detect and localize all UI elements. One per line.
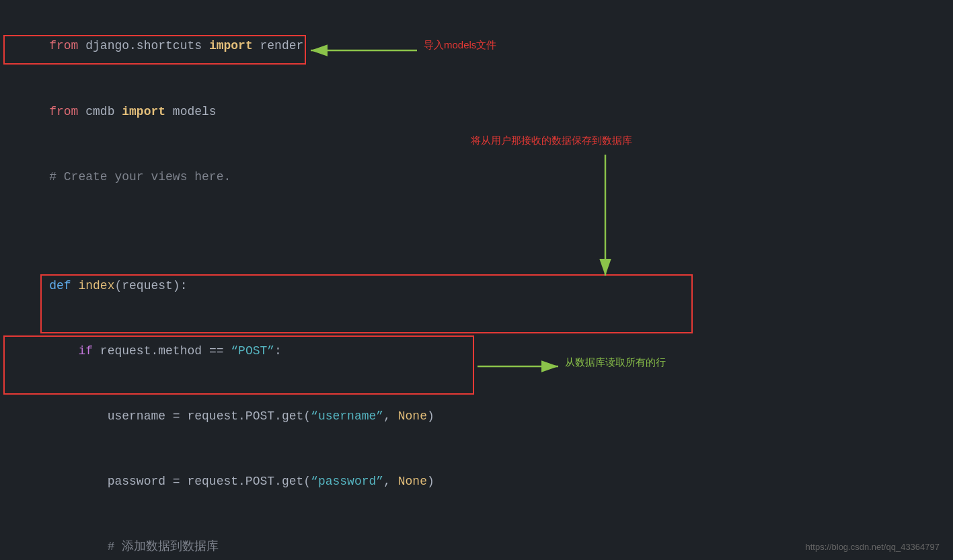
annotation-import-models: 导入models文件 bbox=[424, 39, 496, 52]
code-editor: from django.shortcuts import render from… bbox=[0, 0, 953, 560]
str-password: “password” bbox=[311, 475, 383, 488]
watermark: https://blog.csdn.net/qq_43364797 bbox=[806, 542, 940, 552]
str-username: “username” bbox=[311, 409, 383, 423]
code-line-6: def index(request): bbox=[20, 253, 933, 318]
keyword-from2: from bbox=[49, 105, 78, 118]
keyword-from: from bbox=[49, 39, 78, 52]
keyword-if: if bbox=[78, 344, 93, 358]
code-line-5 bbox=[20, 231, 933, 253]
annotation-read-from-db: 从数据库读取所有的行 bbox=[565, 356, 666, 369]
code-line-8: username = request.POST.get(“username”, … bbox=[20, 384, 933, 449]
keyword-none1: None bbox=[398, 409, 427, 423]
keyword-none2: None bbox=[398, 475, 427, 488]
func-index: index bbox=[78, 279, 114, 292]
code-line-9: password = request.POST.get(“password”, … bbox=[20, 449, 933, 514]
keyword-import: import bbox=[209, 39, 253, 52]
annotation-save-to-db: 将从用户那接收的数据保存到数据库 bbox=[471, 134, 632, 147]
str-post: “POST” bbox=[231, 344, 274, 358]
code-line-7: if request.method == “POST”: bbox=[20, 318, 933, 383]
keyword-def: def bbox=[49, 279, 71, 292]
code-line-4 bbox=[20, 210, 933, 231]
keyword-import2: import bbox=[122, 105, 165, 118]
code-line-10: # 添加数据到数据库 bbox=[20, 514, 933, 560]
code-line-3: # Create your views here. bbox=[20, 144, 933, 209]
